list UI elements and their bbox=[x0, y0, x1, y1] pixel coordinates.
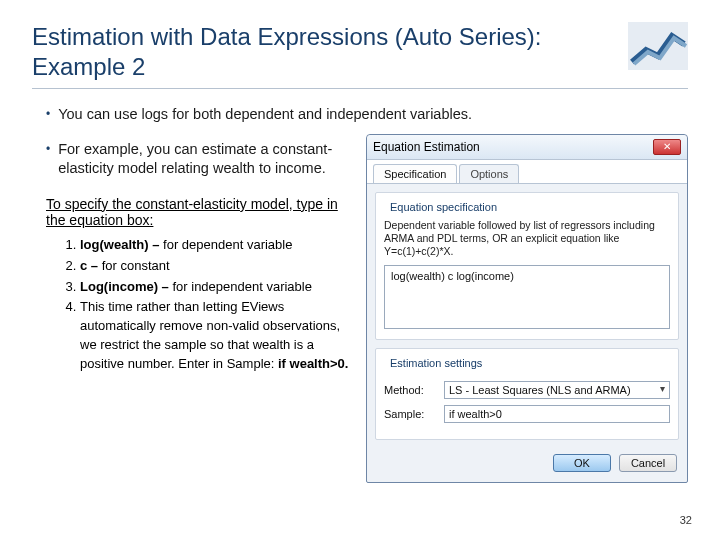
step-4-bold: if wealth>0. bbox=[278, 356, 348, 371]
content-row: • For example, you can estimate a consta… bbox=[32, 134, 688, 482]
group-estimation-settings: Estimation settings Method: LS - Least S… bbox=[375, 348, 679, 440]
close-button[interactable]: ✕ bbox=[653, 139, 681, 155]
step-1-bold: log(wealth) – bbox=[80, 237, 159, 252]
cancel-button[interactable]: Cancel bbox=[619, 454, 677, 472]
ok-button[interactable]: OK bbox=[553, 454, 611, 472]
bullet-1: • You can use logs for both dependent an… bbox=[46, 105, 688, 124]
equation-estimation-dialog: Equation Estimation ✕ Specification Opti… bbox=[366, 134, 688, 482]
header-row: Estimation with Data Expressions (Auto S… bbox=[32, 22, 688, 82]
slide: Estimation with Data Expressions (Auto S… bbox=[0, 0, 720, 540]
step-3-bold: Log(income) – bbox=[80, 279, 169, 294]
close-icon: ✕ bbox=[663, 142, 671, 152]
equation-hint: Dependent variable followed by list of r… bbox=[384, 219, 670, 258]
sample-input[interactable]: if wealth>0 bbox=[444, 405, 670, 423]
group-equation-spec: Equation specification Dependent variabl… bbox=[375, 192, 679, 339]
dialog-title: Equation Estimation bbox=[373, 140, 480, 154]
dialog-button-bar: OK Cancel bbox=[367, 448, 687, 482]
bullet-dot-icon: • bbox=[46, 140, 50, 178]
method-row: Method: LS - Least Squares (NLS and ARMA… bbox=[384, 381, 670, 399]
step-1-rest: for dependent variable bbox=[159, 237, 292, 252]
step-3: Log(income) – for independent variable bbox=[80, 278, 356, 297]
step-2-bold: c – bbox=[80, 258, 98, 273]
page-title: Estimation with Data Expressions (Auto S… bbox=[32, 22, 628, 82]
steps-list: log(wealth) – for dependent variable c –… bbox=[80, 236, 356, 374]
tab-options[interactable]: Options bbox=[459, 164, 519, 183]
method-label: Method: bbox=[384, 384, 438, 396]
dialog-titlebar[interactable]: Equation Estimation ✕ bbox=[367, 135, 687, 160]
step-1: log(wealth) – for dependent variable bbox=[80, 236, 356, 255]
step-4: This time rather than letting EViews aut… bbox=[80, 298, 356, 373]
tab-specification[interactable]: Specification bbox=[373, 164, 457, 183]
right-column: Equation Estimation ✕ Specification Opti… bbox=[366, 134, 688, 482]
group-estimation-settings-label: Estimation settings bbox=[386, 357, 486, 369]
bullet-2-text: For example, you can estimate a constant… bbox=[58, 140, 356, 178]
sample-label: Sample: bbox=[384, 408, 438, 420]
step-2: c – for constant bbox=[80, 257, 356, 276]
logo bbox=[628, 22, 688, 70]
title-underline bbox=[32, 88, 688, 89]
dialog-tabs: Specification Options bbox=[367, 160, 687, 184]
method-select[interactable]: LS - Least Squares (NLS and ARMA) bbox=[444, 381, 670, 399]
bullet-1-text: You can use logs for both dependent and … bbox=[58, 105, 472, 124]
equation-input[interactable]: log(wealth) c log(income) bbox=[384, 265, 670, 329]
sample-row: Sample: if wealth>0 bbox=[384, 405, 670, 423]
bullet-dot-icon: • bbox=[46, 105, 50, 124]
step-2-rest: for constant bbox=[98, 258, 170, 273]
bullet-2: • For example, you can estimate a consta… bbox=[46, 140, 356, 178]
instruction-heading: To specify the constant-elasticity model… bbox=[46, 196, 356, 228]
step-3-rest: for independent variable bbox=[169, 279, 312, 294]
group-equation-spec-label: Equation specification bbox=[386, 201, 501, 213]
page-number: 32 bbox=[680, 514, 692, 526]
left-column: • For example, you can estimate a consta… bbox=[32, 134, 356, 376]
